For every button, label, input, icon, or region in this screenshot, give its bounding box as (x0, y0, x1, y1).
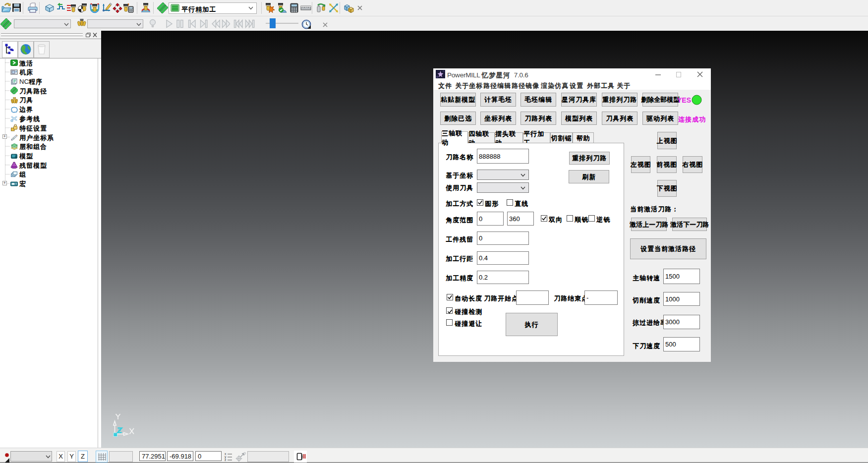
svg-text:z: z (225, 458, 226, 462)
